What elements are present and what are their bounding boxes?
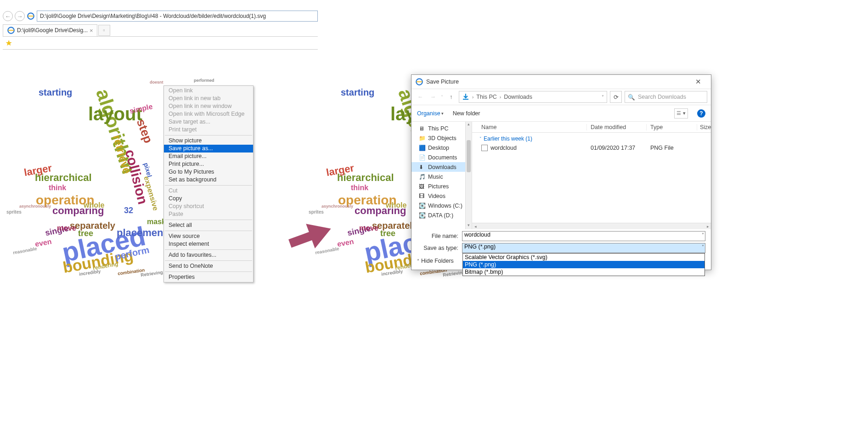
tree-item-label: Downloads: [428, 164, 457, 170]
tree-item[interactable]: 🎵Music: [411, 172, 472, 181]
context-menu-item[interactable]: Set as background: [164, 176, 253, 184]
context-menu-item[interactable]: Properties: [164, 273, 253, 281]
context-menu-item: Open link in new window: [164, 102, 253, 110]
breadcrumb[interactable]: › This PC › Downloads ˅: [459, 91, 607, 103]
search-placeholder: Search Downloads: [638, 94, 686, 100]
wordcloud-word: tree: [380, 229, 395, 238]
download-icon: [462, 94, 469, 100]
tree-item[interactable]: 💽Windows (C:): [411, 201, 472, 210]
nav-forward-button[interactable]: →: [428, 92, 438, 102]
context-menu-item[interactable]: Copy: [164, 195, 253, 203]
column-headers[interactable]: Name Date modified Type Size: [472, 122, 711, 133]
context-menu-item[interactable]: Print picture...: [164, 160, 253, 168]
close-tab-icon[interactable]: ×: [90, 27, 93, 34]
col-date[interactable]: Date modified: [587, 124, 647, 130]
context-menu-item[interactable]: Inspect element: [164, 240, 253, 248]
tree-scrollbar[interactable]: ▴ ▾: [465, 122, 472, 229]
tree-item[interactable]: 📁3D Objects: [411, 133, 472, 143]
context-menu-item[interactable]: Go to My Pictures: [164, 168, 253, 176]
search-input[interactable]: 🔍 Search Downloads: [625, 91, 707, 103]
savetype-option[interactable]: Scalable Vector Graphics (*.svg): [463, 254, 705, 261]
savetype-input[interactable]: PNG (*.png) ˅ Scalable Vector Graphics (…: [462, 243, 705, 253]
context-menu-item[interactable]: View source: [164, 232, 253, 240]
dialog-titlebar: Save Picture ✕: [411, 75, 711, 89]
hide-folders-button[interactable]: ˄ Hide Folders: [417, 258, 454, 264]
nav-back-button[interactable]: ←: [415, 92, 425, 102]
crumb-downloads[interactable]: Downloads: [504, 94, 532, 100]
tree-item[interactable]: 🖼Pictures: [411, 181, 472, 191]
context-menu-item: Open link with Microsoft Edge: [164, 110, 253, 118]
chevron-down-icon[interactable]: ˅: [602, 95, 604, 100]
pictures-icon: 🖼: [419, 183, 425, 190]
chevron-down-icon[interactable]: ˅: [702, 232, 704, 237]
filename-row: File name: wordcloud ˅: [411, 229, 711, 243]
savetype-option[interactable]: Bitmap (*.bmp): [463, 268, 705, 276]
tree-item[interactable]: 🎞Videos: [411, 191, 472, 201]
tree-item-label: Videos: [428, 193, 445, 199]
context-menu-item[interactable]: Email picture...: [164, 153, 253, 160]
ie-window: ← → D:\joli9\Google Drive\Design\Marketi…: [3, 9, 318, 50]
forward-button[interactable]: →: [15, 11, 25, 21]
context-menu-item[interactable]: Select all: [164, 221, 253, 229]
file-group-header[interactable]: ˅ Earlier this week (1): [472, 133, 711, 143]
list-h-scrollbar[interactable]: ◂▸: [472, 223, 711, 229]
nav-up-button[interactable]: ↑: [446, 92, 456, 102]
savetype-option[interactable]: PNG (*.png): [463, 261, 705, 268]
doc-icon: 📄: [419, 154, 425, 161]
crumb-this-pc[interactable]: This PC: [476, 94, 496, 100]
download-icon: ⬇: [419, 164, 425, 170]
tab-title: D:\joli9\Google Drive\Desig...: [17, 27, 88, 34]
filename-input[interactable]: wordcloud ˅: [462, 231, 705, 241]
favorites-star-icon[interactable]: ★: [6, 39, 12, 47]
file-list: Name Date modified Type Size ˅ Earlier t…: [472, 122, 711, 229]
save-picture-dialog: Save Picture ✕ ← → ˅ ↑ › This PC › Downl…: [411, 74, 711, 270]
tab-strip: D:\joli9\Google Drive\Desig... × ▫: [3, 24, 318, 37]
music-icon: 🎵: [419, 174, 425, 180]
organise-menu[interactable]: Organise ▾: [417, 110, 444, 117]
ie-logo-icon: [415, 78, 423, 86]
chevron-down-icon: ˅: [479, 136, 482, 141]
savetype-label: Save as type:: [417, 245, 458, 251]
file-icon: [481, 145, 488, 151]
big-arrow-icon: [288, 219, 333, 254]
context-menu-item: Cut: [164, 187, 253, 195]
browser-tab[interactable]: D:\joli9\Google Drive\Desig... ×: [3, 24, 97, 36]
folder-tree[interactable]: 🖥This PC📁3D Objects🟦Desktop📄Documents⬇Do…: [411, 122, 472, 229]
dialog-close-button[interactable]: ✕: [689, 75, 707, 89]
refresh-button[interactable]: ⟳: [610, 91, 622, 103]
tree-item[interactable]: 💽DATA (D:): [411, 210, 472, 220]
context-menu-item: Open link in new tab: [164, 95, 253, 102]
nav-history-chevron[interactable]: ˅: [441, 95, 443, 100]
col-name[interactable]: Name: [472, 124, 587, 130]
file-name: wordcloud: [490, 145, 517, 151]
help-button[interactable]: ?: [697, 109, 705, 118]
tree-item[interactable]: 🖥This PC: [411, 124, 472, 133]
wordcloud-word: tree: [78, 229, 93, 238]
col-size[interactable]: Size: [697, 124, 711, 130]
video-icon: 🎞: [419, 193, 425, 199]
drive-icon: 💽: [419, 212, 425, 219]
ie-logo-icon: [27, 12, 35, 20]
wordcloud-word: step: [134, 117, 155, 145]
tree-item[interactable]: ⬇Downloads: [411, 162, 472, 172]
chevron-up-icon: ˄: [417, 259, 419, 264]
dialog-nav-row: ← → ˅ ↑ › This PC › Downloads ˅ ⟳ 🔍 Sear…: [411, 89, 711, 105]
context-menu-item[interactable]: Send to OneNote: [164, 262, 253, 270]
address-bar[interactable]: D:\joli9\Google Drive\Design\Marketing\B…: [37, 11, 318, 22]
chevron-down-icon[interactable]: ˅: [702, 244, 704, 249]
view-mode-button[interactable]: ☰ ▾: [674, 108, 688, 119]
wordcloud-word: whole: [386, 201, 406, 209]
new-folder-button[interactable]: New folder: [453, 110, 480, 117]
context-menu-item[interactable]: Show picture: [164, 137, 253, 145]
tree-item[interactable]: 📄Documents: [411, 153, 472, 162]
wordcloud-word: asynchronously: [321, 204, 353, 209]
new-tab-button[interactable]: ▫: [98, 25, 110, 36]
context-menu-item[interactable]: Add to favourites...: [164, 251, 253, 259]
col-type[interactable]: Type: [647, 124, 697, 130]
wordcloud-word: think: [49, 184, 66, 192]
tree-item[interactable]: 🟦Desktop: [411, 143, 472, 153]
tree-item-label: Pictures: [428, 183, 449, 190]
context-menu-item[interactable]: Save picture as...: [164, 145, 253, 153]
back-button[interactable]: ←: [3, 11, 13, 21]
file-row[interactable]: wordcloud01/09/2020 17:37PNG File: [472, 143, 711, 153]
